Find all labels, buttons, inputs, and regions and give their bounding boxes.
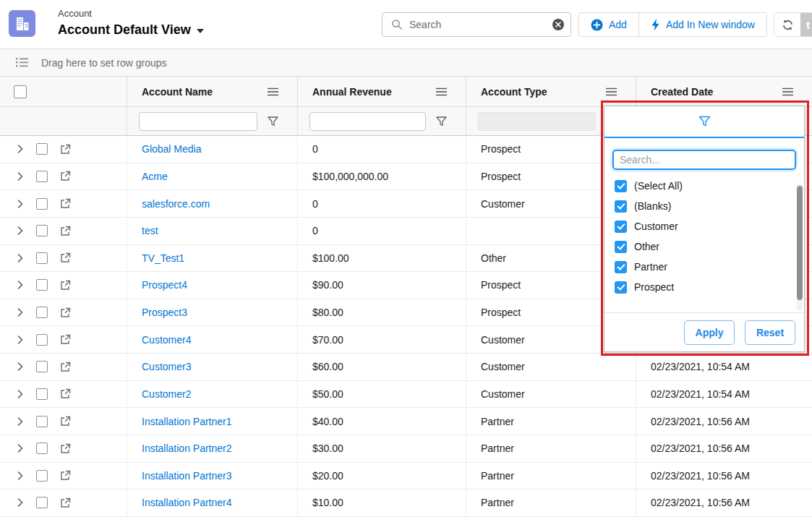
- row-expand-chevron-icon[interactable]: [17, 308, 23, 317]
- row-expand-chevron-icon[interactable]: [17, 336, 23, 344]
- view-title: Account Default View: [58, 21, 191, 38]
- open-record-icon[interactable]: [60, 252, 71, 263]
- row-expand-chevron-icon[interactable]: [17, 226, 23, 235]
- row-checkbox[interactable]: [36, 171, 48, 182]
- checked-checkbox[interactable]: [615, 200, 627, 213]
- open-record-icon[interactable]: [60, 388, 71, 399]
- account-name-link[interactable]: Installation Partner2: [142, 443, 232, 454]
- row-checkbox[interactable]: [36, 443, 48, 454]
- column-menu-icon[interactable]: [436, 87, 447, 95]
- row-checkbox[interactable]: [36, 279, 48, 291]
- row-checkbox[interactable]: [36, 361, 48, 372]
- filter-funnel-icon[interactable]: [436, 116, 447, 127]
- annual-revenue-filter-input[interactable]: [309, 112, 426, 131]
- checked-checkbox[interactable]: [615, 221, 627, 233]
- header-account-name[interactable]: Account Name: [127, 77, 298, 106]
- row-expand-chevron-icon[interactable]: [17, 471, 23, 480]
- row-expand-chevron-icon[interactable]: [17, 417, 23, 426]
- account-name-link[interactable]: salesforce.com: [142, 198, 210, 210]
- row-checkbox[interactable]: [36, 470, 48, 482]
- checked-checkbox[interactable]: [615, 241, 627, 253]
- open-record-icon[interactable]: [60, 171, 71, 181]
- select-all-checkbox[interactable]: [14, 85, 27, 98]
- row-checkbox[interactable]: [36, 388, 48, 400]
- search-input[interactable]: [409, 19, 552, 30]
- account-name-cell: Customer3: [127, 354, 298, 380]
- view-caret-down-icon[interactable]: [197, 29, 204, 33]
- account-name-link[interactable]: test: [142, 225, 158, 236]
- row-checkbox[interactable]: [36, 198, 48, 210]
- global-search-box[interactable]: [382, 12, 571, 37]
- filter-value-item[interactable]: (Blanks): [604, 196, 804, 216]
- account-name-link[interactable]: Acme: [142, 171, 168, 182]
- row-expand-chevron-icon[interactable]: [17, 390, 23, 398]
- account-name-link[interactable]: Customer3: [142, 361, 191, 372]
- account-name-link[interactable]: Prospect3: [142, 307, 187, 318]
- open-record-icon[interactable]: [60, 280, 71, 291]
- row-controls: [0, 218, 127, 244]
- column-menu-icon[interactable]: [782, 87, 793, 95]
- column-menu-icon[interactable]: [606, 87, 617, 95]
- row-checkbox[interactable]: [36, 497, 48, 508]
- row-expand-chevron-icon[interactable]: [17, 200, 23, 208]
- open-record-icon[interactable]: [60, 226, 71, 236]
- filter-value-item[interactable]: Partner: [604, 257, 804, 277]
- add-in-new-window-button[interactable]: Add In New window: [638, 13, 766, 36]
- row-expand-chevron-icon[interactable]: [17, 281, 23, 289]
- checked-checkbox[interactable]: [615, 180, 627, 192]
- account-name-link[interactable]: Global Media: [142, 143, 202, 155]
- account-name-link[interactable]: Customer2: [142, 388, 191, 400]
- filter-list-scrollbar-thumb[interactable]: [797, 186, 803, 300]
- header-annual-revenue[interactable]: Annual Revenue: [298, 77, 466, 106]
- row-checkbox[interactable]: [36, 334, 48, 346]
- row-checkbox[interactable]: [36, 416, 48, 427]
- open-record-icon[interactable]: [60, 307, 71, 318]
- row-expand-chevron-icon[interactable]: [17, 254, 23, 262]
- row-expand-chevron-icon[interactable]: [17, 498, 23, 507]
- row-checkbox[interactable]: [36, 252, 48, 264]
- apply-button[interactable]: Apply: [684, 320, 735, 345]
- open-record-icon[interactable]: [60, 198, 71, 209]
- refresh-button[interactable]: [774, 13, 800, 36]
- open-record-icon[interactable]: [60, 362, 71, 372]
- add-button[interactable]: Add: [579, 13, 638, 36]
- header-account-type[interactable]: Account Type: [466, 77, 636, 106]
- open-record-icon[interactable]: [60, 443, 71, 454]
- filter-value-item[interactable]: Prospect: [604, 277, 804, 297]
- checked-checkbox[interactable]: [615, 261, 627, 273]
- account-name-link[interactable]: Installation Partner4: [142, 497, 232, 508]
- reset-button[interactable]: Reset: [745, 320, 795, 345]
- account-name-link[interactable]: Customer4: [142, 334, 191, 346]
- account-name-link[interactable]: Prospect4: [142, 279, 187, 291]
- row-checkbox[interactable]: [36, 307, 48, 318]
- row-expand-chevron-icon[interactable]: [17, 145, 23, 153]
- annual-revenue-cell: $50.00: [298, 381, 466, 408]
- open-record-icon[interactable]: [60, 334, 71, 345]
- filter-search-box[interactable]: [612, 150, 796, 170]
- filter-value-item[interactable]: Customer: [604, 216, 804, 236]
- open-record-icon[interactable]: [60, 470, 71, 481]
- open-record-icon[interactable]: [60, 497, 71, 508]
- account-name-link[interactable]: Installation Partner1: [142, 416, 232, 427]
- row-expand-chevron-icon[interactable]: [17, 444, 23, 453]
- row-expand-chevron-icon[interactable]: [17, 362, 23, 371]
- filter-value-item[interactable]: Other: [604, 236, 804, 257]
- row-checkbox[interactable]: [36, 143, 48, 155]
- header-created-date[interactable]: Created Date: [636, 77, 812, 106]
- filter-tab-funnel-icon[interactable]: [698, 116, 711, 127]
- filter-value-item[interactable]: (Select All): [604, 176, 804, 196]
- filter-funnel-icon[interactable]: [268, 116, 278, 127]
- checked-checkbox[interactable]: [615, 281, 627, 294]
- partial-cutoff-button[interactable]: t: [800, 13, 812, 36]
- row-group-panel[interactable]: Drag here to set row groups: [0, 49, 812, 77]
- filter-search-input[interactable]: [614, 154, 795, 166]
- account-name-link[interactable]: TV_Test1: [142, 252, 184, 264]
- clear-search-icon[interactable]: [552, 18, 565, 31]
- account-name-filter-input[interactable]: [139, 112, 257, 131]
- row-expand-chevron-icon[interactable]: [17, 172, 23, 181]
- open-record-icon[interactable]: [60, 144, 71, 155]
- row-checkbox[interactable]: [36, 225, 48, 236]
- column-menu-icon[interactable]: [268, 87, 278, 95]
- open-record-icon[interactable]: [60, 416, 71, 427]
- account-name-link[interactable]: Installation Partner3: [142, 470, 232, 482]
